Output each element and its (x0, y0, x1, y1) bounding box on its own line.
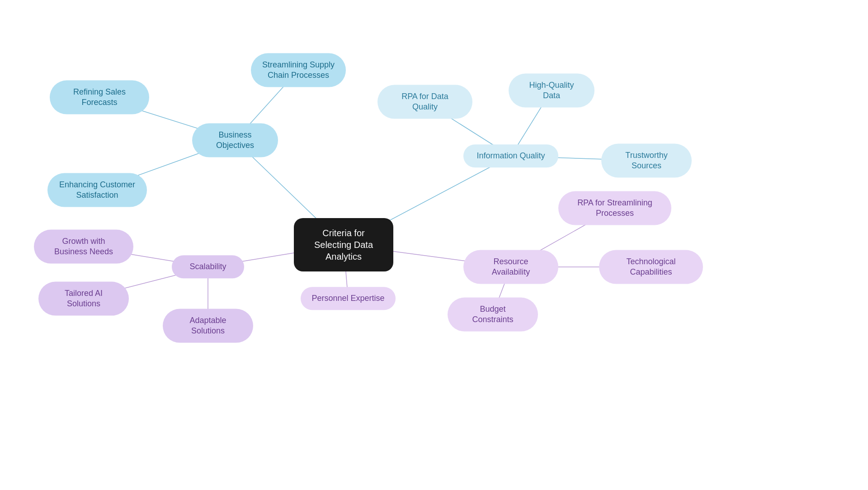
node-label: Information Quality (476, 151, 545, 161)
information-quality-node: Information Quality (463, 144, 558, 167)
node-label: Resource Availability (474, 257, 547, 278)
node-label: High-Quality Data (519, 80, 584, 101)
node-label: Tailored AI Solutions (49, 288, 118, 309)
node-label: Technological Capabilities (610, 257, 692, 278)
technological-node: Technological Capabilities (599, 250, 703, 284)
rpa-streamlining-node: RPA for Streamlining Processes (558, 191, 671, 225)
trustworthy-node: Trustworthy Sources (601, 144, 692, 178)
growth-node: Growth with Business Needs (34, 230, 133, 264)
scalability-node: Scalability (172, 255, 244, 278)
node-label: Enhancing Customer Satisfaction (58, 180, 136, 201)
node-label: Scalability (189, 262, 226, 272)
budget-node: Budget Constraints (448, 298, 538, 332)
refining-node: Refining Sales Forecasts (50, 81, 149, 114)
node-label: Refining Sales Forecasts (61, 87, 138, 108)
mindmap-canvas: Criteria for Selecting Data Analytics Bu… (0, 0, 868, 490)
streamlining-node: Streamlining Supply Chain Processes (251, 53, 346, 87)
node-label: Adaptable Solutions (174, 315, 242, 337)
node-label: RPA for Data Quality (388, 91, 462, 113)
rpa-quality-node: RPA for Data Quality (377, 85, 472, 119)
center-label: Criteria for Selecting Data Analytics (305, 227, 382, 262)
node-label: Budget Constraints (458, 304, 527, 325)
resource-availability-node: Resource Availability (463, 250, 558, 284)
node-label: Trustworthy Sources (612, 150, 681, 171)
personnel-expertise-node: Personnel Expertise (301, 287, 396, 310)
tailored-node: Tailored AI Solutions (38, 282, 129, 316)
adaptable-node: Adaptable Solutions (163, 309, 253, 343)
node-label: Streamlining Supply Chain Processes (262, 60, 335, 81)
node-label: Personnel Expertise (311, 293, 384, 304)
node-label: Business Objectives (203, 130, 267, 151)
business-objectives-node: Business Objectives (192, 124, 278, 157)
node-label: RPA for Streamlining Processes (569, 198, 660, 219)
center-node: Criteria for Selecting Data Analytics (294, 218, 393, 271)
node-label: Growth with Business Needs (45, 236, 123, 257)
enhancing-node: Enhancing Customer Satisfaction (47, 173, 147, 207)
high-quality-node: High-Quality Data (509, 74, 594, 108)
